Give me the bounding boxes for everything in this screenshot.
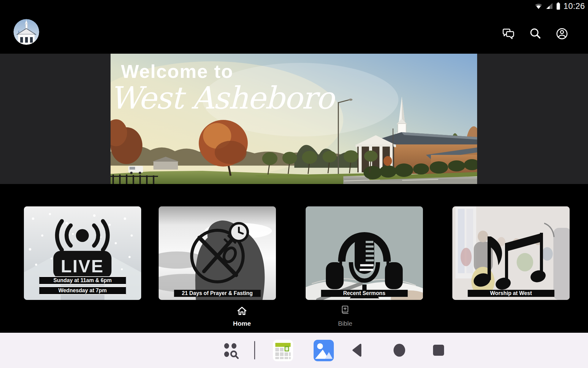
back-button[interactable] — [350, 341, 363, 359]
app-drawer-search-icon[interactable] — [222, 342, 240, 360]
hero-title-line2: West Asheboro — [111, 80, 334, 116]
clock-time: 10:26 — [564, 2, 585, 11]
card-recent-sermons[interactable]: Recent Sermons — [306, 206, 423, 300]
chat-icon[interactable] — [501, 27, 515, 41]
wifi-icon — [534, 2, 543, 10]
status-bar: 10:26 — [534, 1, 585, 11]
card-prayer-fasting[interactable]: 21 Days of Prayer & Fasting — [159, 206, 276, 300]
photos-app-icon[interactable] — [314, 340, 334, 361]
church-app-window: 10:26 — [0, 0, 588, 333]
card-caption: Sunday at 11am & 6pm — [39, 276, 126, 285]
hero-title-line1: Welcome to — [121, 60, 233, 82]
home-icon — [236, 305, 248, 317]
card-worship[interactable]: Worship at West — [452, 206, 570, 300]
card-live-stream[interactable]: LIVE Sunday at 11am & 6pm Wednesday at 7… — [24, 206, 141, 300]
tab-bible[interactable]: Bible — [331, 305, 359, 327]
battery-icon — [556, 2, 561, 10]
home-button[interactable] — [393, 341, 406, 359]
bible-icon — [339, 305, 352, 317]
hero-banner[interactable]: Welcome to West Asheboro — [111, 54, 477, 184]
tab-bible-label: Bible — [331, 320, 359, 327]
calendar-app-icon[interactable] — [273, 340, 293, 361]
card-caption: Wednesday at 7pm — [39, 286, 126, 295]
live-badge: LIVE — [61, 256, 104, 276]
church-logo — [13, 19, 39, 45]
cellular-signal-icon — [545, 2, 553, 10]
system-navigation-bar — [0, 333, 588, 368]
tab-home[interactable]: Home — [228, 305, 256, 327]
card-caption: Recent Sermons — [321, 290, 408, 297]
content-background-band: Welcome to West Asheboro — [0, 54, 588, 184]
card-caption: Worship at West — [468, 290, 554, 297]
recents-button[interactable] — [432, 341, 445, 359]
tab-home-label: Home — [228, 320, 256, 327]
search-icon[interactable] — [528, 27, 542, 41]
profile-icon[interactable] — [555, 27, 569, 41]
card-caption: 21 Days of Prayer & Fasting — [174, 290, 261, 297]
nav-divider — [254, 341, 255, 359]
